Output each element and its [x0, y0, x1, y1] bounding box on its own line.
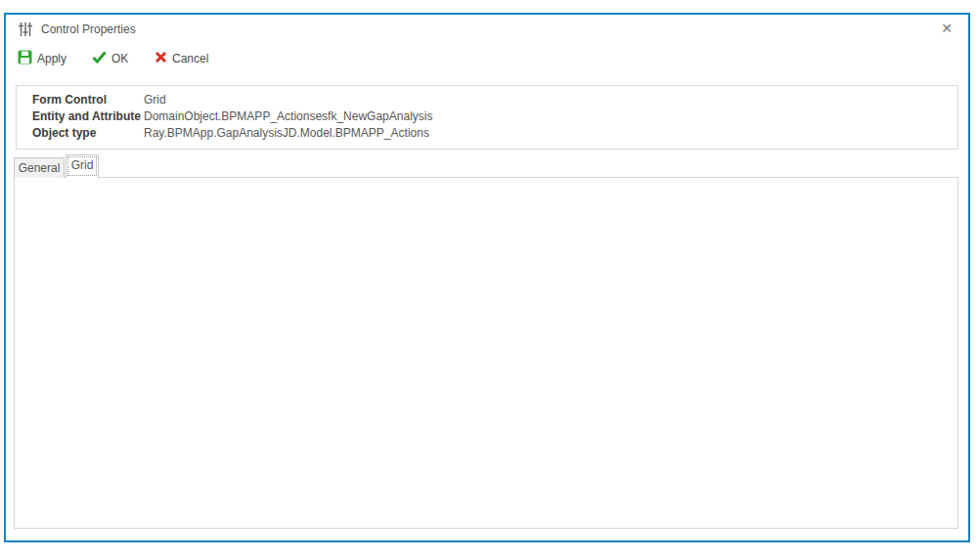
check-icon — [92, 51, 107, 66]
apply-label: Apply — [37, 52, 67, 65]
cancel-button[interactable]: Cancel — [155, 48, 208, 69]
info-label: Object type — [32, 125, 144, 142]
ok-button[interactable]: OK — [92, 48, 128, 69]
tab-grid[interactable]: Grid — [66, 154, 99, 178]
info-label: Entity and Attribute — [32, 108, 144, 125]
dialog-title: Control Properties — [41, 22, 136, 36]
x-icon — [155, 51, 167, 66]
info-row-entity: Entity and Attribute DomainObject.BPMAPP… — [32, 108, 957, 125]
save-icon — [18, 50, 32, 67]
info-value: Grid — [144, 92, 166, 108]
apply-button[interactable]: Apply — [18, 48, 67, 69]
ok-label: OK — [111, 52, 128, 65]
tab-general[interactable]: General — [14, 157, 65, 178]
info-value: Ray.BPMApp.GapAnalysisJD.Model.BPMAPP_Ac… — [144, 125, 429, 142]
control-info-panel: Form Control Grid Entity and Attribute D… — [16, 85, 958, 150]
control-properties-dialog: Control Properties ✕ Apply OK Ca — [4, 13, 970, 542]
cancel-label: Cancel — [172, 52, 208, 65]
info-label: Form Control — [32, 92, 144, 108]
grid-tab-content — [14, 177, 958, 529]
close-icon[interactable]: ✕ — [941, 21, 953, 36]
info-row-form-control: Form Control Grid — [32, 92, 957, 108]
title-bar: Control Properties ✕ — [6, 15, 968, 44]
toolbar: Apply OK Cancel — [6, 44, 968, 73]
info-row-object-type: Object type Ray.BPMApp.GapAnalysisJD.Mod… — [32, 125, 957, 142]
info-value: DomainObject.BPMAPP_Actionsesfk_NewGapAn… — [144, 108, 432, 125]
sliders-icon — [18, 22, 33, 40]
